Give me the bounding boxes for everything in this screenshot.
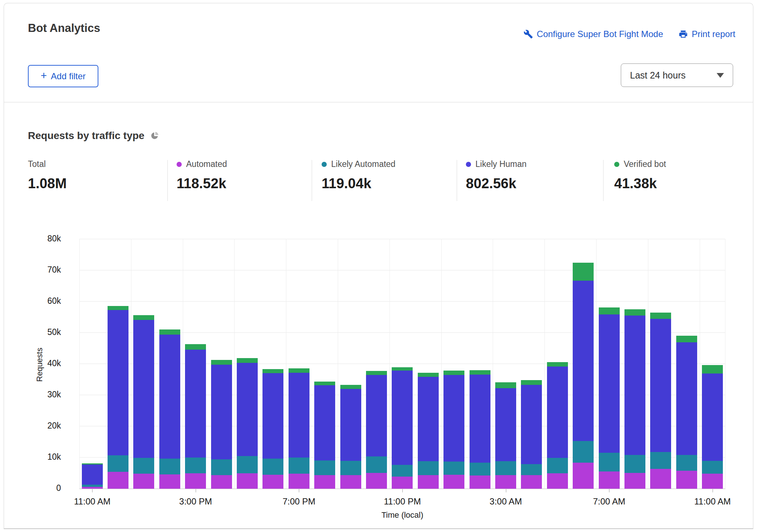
segment-likely-human [108, 310, 128, 455]
segment-verified-bot [314, 382, 335, 385]
time-range-dropdown[interactable]: Last 24 hours [621, 63, 733, 87]
segment-automated [650, 469, 671, 489]
segment-automated [211, 475, 232, 489]
segment-likely-human [418, 377, 439, 461]
segment-likely-human [366, 375, 387, 456]
segment-automated [521, 475, 542, 489]
y-tick-label-30k: 30k [6, 390, 61, 400]
bar-7-00-pm[interactable] [286, 239, 312, 489]
segment-verified-bot [599, 307, 620, 314]
segment-automated [547, 473, 568, 489]
legend-dot [322, 162, 327, 167]
bar-3-00-am[interactable] [493, 239, 518, 489]
bar-7-00-am[interactable] [596, 239, 622, 489]
legend-dot [614, 162, 619, 167]
header-links: Configure Super Bot Fight Mode Print rep… [524, 29, 735, 39]
segment-likely-human [133, 320, 154, 458]
segment-automated [314, 475, 335, 489]
stat-likely-human: Likely Human802.56k [466, 159, 526, 192]
section-title: Requests by traffic type [28, 130, 144, 142]
segment-likely-human [443, 375, 464, 462]
segment-likely-automated [624, 455, 645, 473]
stat-value: 41.38k [614, 176, 666, 192]
segment-verified-bot [573, 263, 594, 281]
bar-11-00-am[interactable] [699, 239, 725, 489]
bar-5-00-pm[interactable] [234, 239, 260, 489]
segment-likely-human [573, 281, 594, 441]
print-link-label: Print report [692, 29, 735, 39]
y-tick-label-20k: 20k [6, 421, 61, 431]
bar-2-00-am[interactable] [467, 239, 493, 489]
x-tick-mark [609, 489, 609, 492]
bar-5-00-am[interactable] [544, 239, 570, 489]
segment-automated [702, 474, 723, 489]
stat-value: 118.52k [177, 176, 227, 192]
bar-9-00-am[interactable] [648, 239, 674, 489]
segment-automated [599, 471, 620, 489]
add-filter-button[interactable]: + Add filter [28, 65, 98, 87]
segment-verified-bot [392, 367, 413, 371]
chevron-down-icon [717, 73, 724, 78]
bar-4-00-pm[interactable] [209, 239, 234, 489]
segment-verified-bot [108, 306, 128, 310]
segment-likely-automated [392, 465, 413, 477]
bar-8-00-pm[interactable] [312, 239, 338, 489]
segment-likely-human [289, 373, 309, 458]
segment-likely-automated [676, 455, 697, 471]
segment-likely-automated [185, 458, 206, 473]
segment-likely-human [237, 363, 258, 456]
stat-label: Verified bot [624, 159, 666, 169]
segment-automated [340, 475, 361, 489]
y-tick-label-80k: 80k [6, 234, 61, 244]
segment-automated [108, 472, 128, 489]
segment-likely-human [82, 464, 103, 485]
segment-verified-bot [418, 373, 439, 377]
bar-12-00-pm[interactable] [105, 239, 131, 489]
segment-verified-bot [366, 371, 387, 375]
stat-divider [457, 160, 457, 201]
bar-1-00-am[interactable] [441, 239, 467, 489]
bar-4-00-am[interactable] [519, 239, 544, 489]
time-range-value: Last 24 hours [630, 70, 717, 81]
segment-likely-human [185, 350, 206, 458]
segment-likely-automated [159, 459, 180, 474]
bar-10-00-am[interactable] [674, 239, 699, 489]
segment-verified-bot [237, 358, 258, 363]
bar-2-00-pm[interactable] [157, 239, 182, 489]
x-tick-mark [713, 489, 713, 492]
bar-11-00-pm[interactable] [390, 239, 415, 489]
bar-9-00-pm[interactable] [338, 239, 363, 489]
pie-chart-icon [150, 131, 159, 142]
segment-likely-human [159, 335, 180, 458]
segment-likely-human [211, 365, 232, 459]
configure-super-bot-fight-mode-link[interactable]: Configure Super Bot Fight Mode [524, 29, 663, 39]
segment-automated [392, 477, 413, 489]
segment-verified-bot [185, 344, 206, 350]
print-report-link[interactable]: Print report [678, 29, 735, 39]
segment-automated [262, 475, 283, 489]
x-tick-label-11-00-am: 11:00 AM [672, 496, 753, 507]
bar-12-00-am[interactable] [415, 239, 441, 489]
stat-label: Total [28, 159, 46, 169]
segment-verified-bot [443, 371, 464, 375]
segment-likely-human [340, 389, 361, 461]
stat-verified-bot: Verified bot41.38k [614, 159, 666, 192]
bar-8-00-am[interactable] [622, 239, 648, 489]
stat-divider [167, 160, 168, 201]
bar-3-00-pm[interactable] [183, 239, 209, 489]
bar-6-00-am[interactable] [570, 239, 596, 489]
bars-layer [79, 239, 725, 489]
segment-verified-bot [470, 370, 490, 375]
y-tick-label-60k: 60k [6, 296, 61, 306]
bar-11-00-am[interactable] [79, 239, 105, 489]
stat-automated: Automated118.52k [177, 159, 227, 192]
y-tick-label-40k: 40k [6, 358, 61, 368]
bar-10-00-pm[interactable] [363, 239, 389, 489]
segment-likely-automated [262, 459, 283, 475]
legend-dot [466, 162, 471, 167]
segment-likely-human [650, 319, 671, 452]
segment-automated [418, 475, 439, 489]
bar-6-00-pm[interactable] [260, 239, 286, 489]
bar-1-00-pm[interactable] [131, 239, 157, 489]
plot-area [79, 239, 725, 489]
